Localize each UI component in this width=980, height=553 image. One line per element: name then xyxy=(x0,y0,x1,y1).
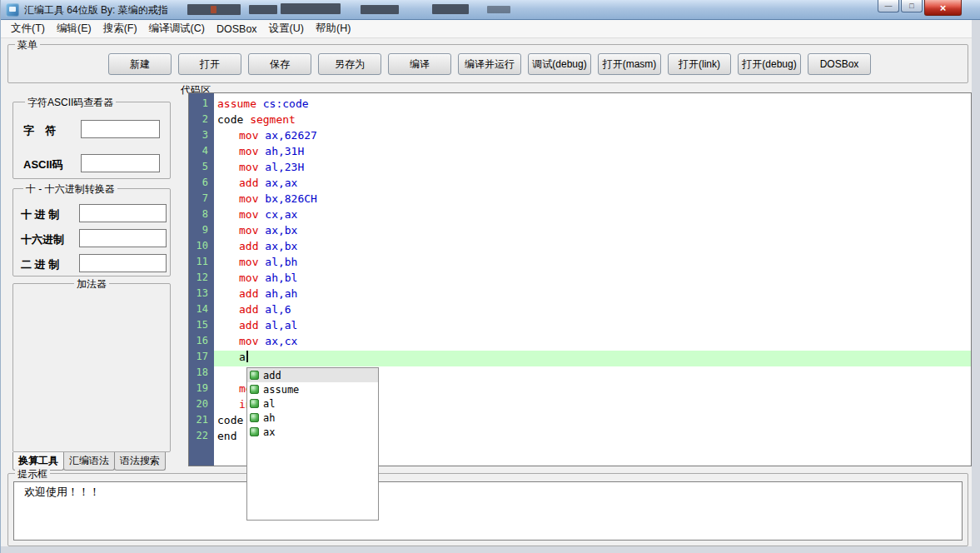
decimal-input[interactable] xyxy=(79,204,167,222)
menu-item-edit[interactable]: 编辑(E) xyxy=(51,20,97,37)
code-line[interactable]: 8mov cx,ax xyxy=(189,208,971,224)
adder-title: 加法器 xyxy=(74,277,109,291)
menu-item-search[interactable]: 搜索(F) xyxy=(97,20,143,37)
new-button[interactable]: 新建 xyxy=(108,53,172,75)
line-number: 22 xyxy=(189,430,214,446)
code-token: mov xyxy=(239,208,265,221)
titlebar-artifact xyxy=(249,5,277,14)
titlebar[interactable]: 汇编工具 64位版 By: 菜编的戒指 — □ × xyxy=(1,0,980,20)
open-masm-button[interactable]: 打开(masm) xyxy=(598,53,661,75)
binary-input[interactable] xyxy=(79,254,167,272)
dosbox-button[interactable]: DOSBox xyxy=(808,53,871,75)
line-number: 5 xyxy=(189,161,214,177)
line-number: 17 xyxy=(189,351,214,366)
line-number: 9 xyxy=(189,224,214,240)
code-line[interactable]: 13add ah,ah xyxy=(189,287,971,303)
open-button[interactable]: 打开 xyxy=(178,53,241,75)
code-token: ah,ah xyxy=(265,287,297,300)
code-line[interactable]: 10add ax,bx xyxy=(189,240,971,256)
code-token: mov xyxy=(239,256,265,268)
adder-group: 加法器 xyxy=(12,283,171,452)
code-line[interactable]: 9mov ax,bx xyxy=(189,224,971,240)
window-frame-right xyxy=(972,20,980,553)
code-token: ah,bl xyxy=(265,272,297,284)
hint-group: 提示框 欢迎使用！！！ xyxy=(7,473,968,546)
compile-run-button[interactable]: 编译并运行 xyxy=(458,53,521,75)
autocomplete-item-icon xyxy=(250,413,259,422)
open-link-button[interactable]: 打开(link) xyxy=(668,53,731,75)
autocomplete-items: addassumealahax xyxy=(247,368,378,439)
close-button[interactable]: × xyxy=(924,0,962,16)
autocomplete-item-icon xyxy=(250,385,259,394)
autocomplete-item[interactable]: ax xyxy=(247,425,378,439)
code-line[interactable]: 14add al,6 xyxy=(189,303,971,319)
line-number: 13 xyxy=(189,287,214,303)
line-number: 20 xyxy=(189,398,214,414)
code-line[interactable]: 16mov ax,cx xyxy=(189,335,971,351)
code-token: mov xyxy=(239,161,265,173)
code-line[interactable]: 3mov ax,62627 xyxy=(189,129,971,145)
minimize-icon: — xyxy=(885,2,893,10)
code-token: add xyxy=(239,177,265,189)
open-debug-button[interactable]: 打开(debug) xyxy=(738,53,801,75)
autocomplete-item[interactable]: al xyxy=(247,396,378,411)
line-number: 11 xyxy=(189,256,214,272)
line-number: 1 xyxy=(189,97,214,113)
converter-title: 十 - 十六进制转换器 xyxy=(23,182,117,197)
ascii-input[interactable] xyxy=(81,154,160,172)
autocomplete-item[interactable]: assume xyxy=(247,382,378,396)
code-line[interactable]: 6add ax,ax xyxy=(189,177,971,192)
menu-item-compile-debug[interactable]: 编译调试(C) xyxy=(143,20,211,37)
code-token: mov xyxy=(239,224,265,237)
code-token: cx,ax xyxy=(265,208,297,221)
tab-asm-syntax[interactable]: 汇编语法 xyxy=(63,452,115,471)
compile-button[interactable]: 编译 xyxy=(388,53,451,75)
autocomplete-item-label: ax xyxy=(263,426,275,438)
save-button[interactable]: 保存 xyxy=(248,53,311,75)
maximize-button[interactable]: □ xyxy=(901,0,923,12)
code-line[interactable]: 5mov al,23H xyxy=(189,161,971,177)
hex-input[interactable] xyxy=(79,229,167,247)
menu-item-settings[interactable]: 设置(U) xyxy=(263,20,310,37)
line-number: 14 xyxy=(189,303,214,319)
hint-message: 欢迎使用！！！ xyxy=(14,482,962,502)
line-number: 16 xyxy=(189,335,214,351)
minimize-button[interactable]: — xyxy=(878,0,899,12)
code-token: al,6 xyxy=(265,303,291,316)
menu-bar: 文件(T) 编辑(E) 搜索(F) 编译调试(C) DOSBox 设置(U) 帮… xyxy=(1,20,972,38)
debug-button[interactable]: 调试(debug) xyxy=(528,53,591,75)
code-line[interactable]: 4mov ah,31H xyxy=(189,145,971,161)
binary-label: 二 进 制 xyxy=(21,257,59,272)
code-token: ax,bx xyxy=(265,240,297,252)
menu-item-dosbox[interactable]: DOSBox xyxy=(211,22,263,37)
code-line[interactable]: 12mov ah,bl xyxy=(189,272,971,287)
code-line[interactable]: 7mov bx,826CH xyxy=(189,192,971,208)
line-code: code segment xyxy=(214,113,971,129)
code-line[interactable]: 2code segment xyxy=(189,113,971,129)
code-token: add xyxy=(239,319,265,331)
code-token: code xyxy=(217,414,250,426)
line-code: a xyxy=(214,351,971,366)
code-token: ax,cx xyxy=(265,335,297,347)
code-token: add xyxy=(239,240,265,252)
code-line[interactable]: 17a xyxy=(189,351,971,366)
binary-row: 二 进 制 xyxy=(13,254,170,274)
line-code: add ax,bx xyxy=(214,240,971,256)
window-title: 汇编工具 64位版 By: 菜编的戒指 xyxy=(24,3,168,17)
line-code: add al,al xyxy=(214,319,971,335)
code-line[interactable]: 11mov al,bh xyxy=(189,256,971,272)
tab-syntax-search[interactable]: 语法搜索 xyxy=(114,452,166,471)
menu-item-file[interactable]: 文件(T) xyxy=(5,20,51,37)
code-token: ax,62627 xyxy=(265,129,317,142)
char-label: 字 符 xyxy=(23,123,56,138)
titlebar-artifact xyxy=(432,4,469,14)
converter-group: 十 - 十六进制转换器 十 进 制 十六进制 二 进 制 xyxy=(12,188,171,276)
code-line[interactable]: 15add al,al xyxy=(189,319,971,335)
menu-item-help[interactable]: 帮助(H) xyxy=(310,20,356,37)
autocomplete-item[interactable]: ah xyxy=(247,411,378,425)
save-as-button[interactable]: 另存为 xyxy=(318,53,381,75)
char-input[interactable] xyxy=(81,120,160,138)
code-line[interactable]: 1assume cs:code xyxy=(189,97,971,113)
line-number: 8 xyxy=(189,208,214,224)
autocomplete-item[interactable]: add xyxy=(247,368,378,382)
